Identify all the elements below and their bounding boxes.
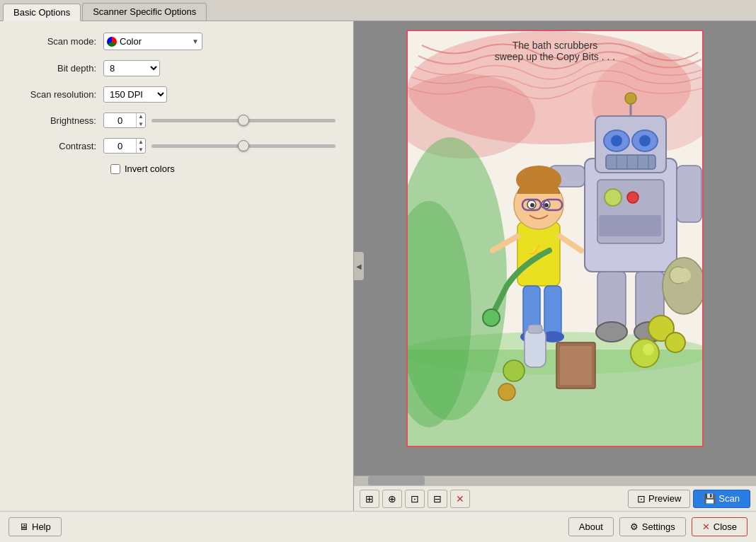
svg-point-33: [663, 258, 704, 314]
preview-area: The bath scrubbers sweep up the Copy Bit…: [354, 21, 756, 475]
svg-point-39: [516, 166, 561, 194]
scanned-image-container: The bath scrubbers sweep up the Copy Bit…: [406, 30, 704, 447]
main-content: Scan mode: Color Grayscale Black & White…: [0, 21, 756, 511]
zoom-in-button[interactable]: ⊕: [382, 490, 402, 508]
zoom-selection-icon: ⊡: [411, 493, 419, 504]
svg-point-22: [605, 189, 622, 206]
brightness-label: Brightness:: [11, 115, 103, 126]
close-button[interactable]: ✕ Close: [692, 517, 748, 536]
svg-point-57: [503, 360, 525, 381]
fit-page-button[interactable]: ⊞: [360, 490, 379, 508]
svg-point-35: [677, 268, 691, 282]
bottom-bar: 🖥 Help About ⚙ Settings ✕ Close: [0, 511, 756, 542]
collapse-panel-button[interactable]: ◀: [354, 252, 364, 280]
svg-rect-55: [525, 328, 546, 367]
help-label: Help: [32, 521, 51, 532]
brightness-up-arrow[interactable]: ▲: [137, 113, 145, 120]
zoom-in-icon: ⊕: [388, 493, 396, 504]
preview-label: Preview: [648, 493, 681, 504]
zoom-fit-button[interactable]: ⊟: [428, 490, 447, 508]
svg-point-23: [627, 192, 638, 203]
scan-resolution-label: Scan resolution:: [11, 89, 103, 100]
svg-rect-26: [677, 166, 701, 222]
preview-button[interactable]: ⊡ Preview: [628, 490, 690, 508]
brightness-down-arrow[interactable]: ▼: [137, 120, 145, 128]
svg-point-58: [498, 384, 515, 400]
fit-page-icon: ⊞: [365, 493, 374, 504]
scan-mode-label: Scan mode:: [11, 36, 103, 47]
brightness-arrows: ▲ ▼: [136, 113, 145, 128]
zoom-fit-icon: ⊟: [433, 493, 442, 504]
svg-point-29: [596, 322, 627, 342]
brightness-value[interactable]: [104, 115, 136, 126]
delete-icon: ✕: [456, 493, 464, 504]
help-button[interactable]: 🖥 Help: [8, 517, 62, 536]
svg-rect-24: [599, 215, 661, 236]
scan-mode-row: Scan mode: Color Grayscale Black & White…: [11, 33, 342, 50]
scanned-image: The bath scrubbers sweep up the Copy Bit…: [406, 30, 704, 447]
contrast-label: Contrast:: [11, 141, 103, 151]
brightness-slider[interactable]: [151, 119, 336, 122]
settings-button[interactable]: ⚙ Settings: [619, 517, 686, 536]
scan-resolution-dropdown[interactable]: 75 DPI 100 DPI 150 DPI 200 DPI 300 DPI 6…: [103, 86, 167, 103]
svg-point-15: [625, 93, 636, 104]
scan-resolution-row: Scan resolution: 75 DPI 100 DPI 150 DPI …: [11, 86, 342, 103]
scan-icon: 💾: [704, 493, 716, 504]
about-label: About: [579, 521, 603, 532]
scan-mode-select[interactable]: Color Grayscale Black & White ▼: [103, 33, 202, 50]
preview-icon: ⊡: [637, 493, 646, 504]
zoom-selection-button[interactable]: ⊡: [405, 490, 425, 508]
contrast-slider[interactable]: [151, 144, 336, 148]
invert-colors-label[interactable]: Invert colors: [125, 163, 175, 174]
svg-point-42: [530, 203, 534, 207]
tab-basic[interactable]: Basic Options: [3, 4, 81, 21]
delete-button[interactable]: ✕: [450, 490, 470, 508]
svg-rect-56: [528, 325, 542, 333]
svg-point-32: [665, 333, 685, 352]
toolbar-row: ⊞ ⊕ ⊡ ⊟ ✕ ⊡ Preview 💾 Scan: [354, 485, 756, 511]
help-icon: 🖥: [19, 521, 28, 532]
tab-bar: Basic Options Scanner Specific Options: [0, 0, 756, 21]
dropdown-arrow-icon: ▼: [192, 38, 199, 45]
preview-scrollbar[interactable]: [354, 475, 756, 485]
bit-depth-label: Bit depth:: [11, 63, 103, 74]
invert-colors-checkbox[interactable]: [110, 164, 120, 174]
contrast-spinner[interactable]: ▲ ▼: [103, 138, 146, 154]
left-panel: Scan mode: Color Grayscale Black & White…: [0, 21, 354, 511]
svg-point-12: [611, 135, 622, 146]
invert-colors-row: Invert colors: [110, 163, 342, 174]
about-button[interactable]: About: [568, 517, 614, 536]
right-panel: ◀ The bath scrubbers sweep up the Copy B…: [354, 21, 756, 511]
preview-svg: ⚡: [408, 31, 704, 447]
svg-rect-54: [560, 346, 592, 385]
brightness-row: Brightness: ▲ ▼: [11, 113, 342, 128]
bit-depth-dropdown[interactable]: 8 16: [103, 60, 160, 76]
svg-point-59: [483, 309, 500, 326]
scan-label: Scan: [718, 493, 740, 504]
svg-point-13: [639, 135, 651, 146]
contrast-value[interactable]: [104, 141, 136, 151]
settings-label: Settings: [642, 521, 675, 532]
close-icon: ✕: [702, 521, 710, 532]
bit-depth-row: Bit depth: 8 16: [11, 60, 342, 76]
color-mode-icon: [107, 37, 117, 47]
brightness-control: ▲ ▼: [103, 113, 342, 128]
svg-rect-48: [544, 286, 561, 335]
tab-scanner[interactable]: Scanner Specific Options: [82, 3, 207, 21]
svg-point-61: [643, 344, 654, 355]
scan-button[interactable]: 💾 Scan: [693, 490, 750, 508]
svg-point-43: [544, 203, 549, 207]
svg-rect-27: [597, 272, 626, 328]
contrast-down-arrow[interactable]: ▼: [137, 146, 145, 154]
contrast-arrows: ▲ ▼: [136, 138, 145, 154]
bottom-right-buttons: About ⚙ Settings ✕ Close: [568, 517, 748, 536]
close-label: Close: [714, 521, 737, 532]
contrast-up-arrow[interactable]: ▲: [137, 138, 145, 146]
brightness-spinner[interactable]: ▲ ▼: [103, 113, 146, 128]
contrast-control: ▲ ▼: [103, 138, 342, 154]
scan-mode-dropdown[interactable]: Color Grayscale Black & White: [117, 35, 192, 48]
settings-icon: ⚙: [630, 521, 638, 532]
contrast-row: Contrast: ▲ ▼: [11, 138, 342, 154]
